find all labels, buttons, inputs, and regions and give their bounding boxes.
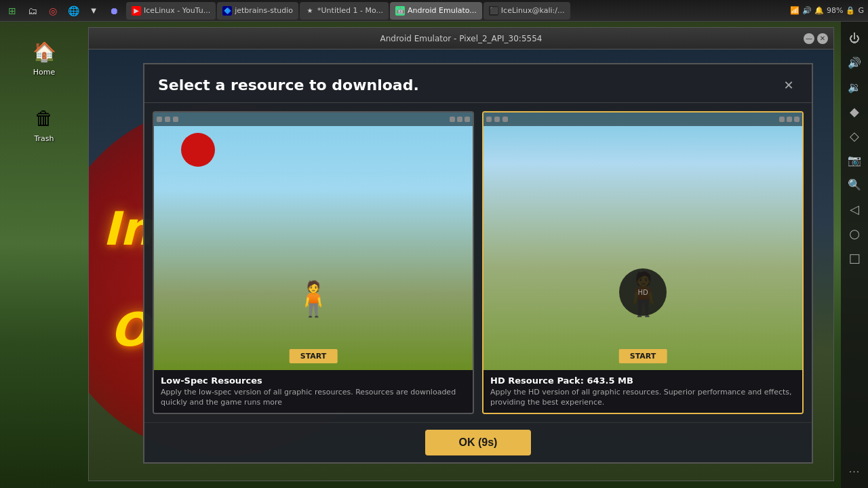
tab-android[interactable]: 🤖 Android Emulato... [390, 2, 482, 20]
lock-icon: 🔒 [846, 6, 855, 15]
trash-icon: 🗑 [31, 104, 58, 131]
emulator-window: Android Emulator - Pixel_2_API_30:5554 —… [88, 27, 834, 481]
system-menu-icon[interactable]: ⊞ [3, 1, 22, 20]
tab-favicon: 🤖 [395, 6, 405, 16]
right-toolbar: ⏻ 🔊 🔉 ◆ ◇ 📷 🔍 ◁ ○ □ ··· [841, 22, 868, 488]
notification-icon: 🔔 [814, 6, 824, 15]
power-button[interactable]: ⏻ [844, 27, 865, 49]
web-icon[interactable]: 🌐 [64, 1, 83, 20]
tab-jetbrains[interactable]: 🔷 jetbrains-studio [217, 2, 298, 20]
dropdown-icon[interactable]: ▼ [84, 1, 103, 20]
hd-card-image: 🧍 HD START [484, 113, 802, 370]
tab-kali[interactable]: ⬛ IceLinux@kali:/... [484, 2, 570, 20]
dialog-body: 🧍 START Low-Spec Resources Apply the low… [144, 103, 812, 422]
zoom-button[interactable]: 🔍 [844, 174, 865, 195]
game-ui-bar-hd [484, 113, 802, 126]
hd-pack-desc: Apply the HD version of all graphic reso… [490, 388, 795, 407]
low-spec-card-footer: Low-Spec Resources Apply the low-spec ve… [154, 370, 473, 413]
dialog-close-button[interactable]: ✕ [779, 75, 798, 94]
ui-dot [494, 117, 500, 122]
taskbar-left-icons: ⊞ 🗂 ◎ 🌐 ▼ ⏺ [0, 1, 123, 20]
low-spec-desc: Apply the low-spec version of all graphi… [161, 388, 466, 407]
home-icon: 🏠 [31, 38, 58, 65]
diamond-fill-button[interactable]: ◆ [844, 100, 865, 122]
taskbar-tabs: ▶ IceLinux - YouTu... 🔷 jetbrains-studio… [123, 2, 790, 20]
tab-favicon: ⬛ [489, 6, 498, 16]
tab-label: *Untitled 1 - Mo... [317, 6, 383, 15]
ui-dot [787, 117, 792, 122]
trash-label: Trash [34, 134, 54, 143]
ui-dot [457, 117, 462, 122]
hd-pack-title: HD Resource Pack: 643.5 MB [490, 375, 795, 386]
tab-untitled[interactable]: ★ *Untitled 1 - Mo... [300, 2, 389, 20]
browser-icon[interactable]: ◎ [43, 1, 62, 20]
window-controls: — ✕ [804, 33, 828, 44]
start-button: START [290, 349, 338, 363]
hd-resource-card[interactable]: 🧍 HD START HD Resource Pack: 643.5 MB [482, 111, 804, 414]
close-button[interactable]: ✕ [817, 33, 828, 44]
volume-down-button[interactable]: 🔉 [844, 76, 865, 98]
ok-button[interactable]: OK (9s) [425, 430, 532, 455]
tab-favicon: 🔷 [222, 6, 232, 16]
volume-icon: 🔊 [802, 6, 812, 15]
emulator-title: Android Emulator - Pixel_2_API_30:5554 [380, 34, 542, 43]
hd-badge: HD [619, 268, 667, 316]
game-character: 🧍 [292, 279, 334, 319]
more-button[interactable]: ··· [844, 461, 865, 483]
back-button[interactable]: ◁ [844, 198, 865, 220]
ui-dot [779, 117, 785, 122]
volume-up-button[interactable]: 🔊 [844, 52, 865, 73]
battery-level: 98% [827, 6, 843, 15]
minimize-button[interactable]: — [804, 33, 814, 44]
hd-card-footer: HD Resource Pack: 643.5 MB Apply the HD … [484, 370, 802, 413]
game-ui-bar [154, 113, 473, 126]
ui-dot [450, 117, 455, 122]
username-icon: G [858, 6, 864, 15]
desktop-icon-trash[interactable]: 🗑 Trash [17, 100, 71, 147]
dialog-footer: OK (9s) [144, 422, 812, 462]
tab-label: Android Emulato... [408, 6, 477, 15]
ui-dot [502, 117, 508, 122]
ui-dot [165, 117, 170, 122]
taskbar-right: 📶 🔊 🔔 98% 🔒 G [790, 6, 868, 15]
recents-button[interactable]: □ [844, 247, 865, 268]
resource-download-dialog: Select a resource to download. ✕ [143, 63, 813, 464]
desktop-icon-home[interactable]: 🏠 Home [17, 34, 71, 81]
tab-label: jetbrains-studio [235, 6, 293, 15]
home-circle-button[interactable]: ○ [844, 222, 865, 244]
emulator-titlebar: Android Emulator - Pixel_2_API_30:5554 —… [89, 28, 833, 49]
ui-dot [486, 117, 492, 122]
ui-dot [794, 117, 800, 122]
start-button-hd: START [619, 349, 667, 363]
dialog-title: Select a resource to download. [158, 77, 419, 94]
low-spec-card-image: 🧍 START [154, 113, 473, 370]
ui-dot [465, 117, 470, 122]
low-spec-title: Low-Spec Resources [161, 375, 466, 386]
tab-favicon: ★ [305, 6, 315, 16]
record-icon[interactable]: ⏺ [104, 1, 123, 20]
low-spec-card[interactable]: 🧍 START Low-Spec Resources Apply the low… [153, 111, 474, 414]
red-indicator-dot [181, 133, 215, 167]
network-icon: 📶 [790, 6, 800, 15]
files-icon[interactable]: 🗂 [23, 1, 42, 20]
ui-dot [173, 117, 178, 122]
emulator-content: Installing Pubg On Linux Select a resour… [89, 49, 833, 481]
tab-label: IceLinux@kali:/... [501, 6, 565, 15]
ui-dot [157, 117, 162, 122]
desktop: ⊞ 🗂 ◎ 🌐 ▼ ⏺ ▶ IceLinux - YouTu... 🔷 jetb… [0, 0, 868, 488]
diamond-outline-button[interactable]: ◇ [844, 125, 865, 146]
taskbar: ⊞ 🗂 ◎ 🌐 ▼ ⏺ ▶ IceLinux - YouTu... 🔷 jetb… [0, 0, 868, 22]
camera-button[interactable]: 📷 [844, 149, 865, 171]
tab-favicon: ▶ [132, 6, 141, 16]
home-label: Home [33, 68, 55, 77]
tab-icelinux-yt[interactable]: ▶ IceLinux - YouTu... [126, 2, 216, 20]
dialog-header: Select a resource to download. ✕ [144, 64, 812, 103]
tab-label: IceLinux - YouTu... [144, 6, 210, 15]
